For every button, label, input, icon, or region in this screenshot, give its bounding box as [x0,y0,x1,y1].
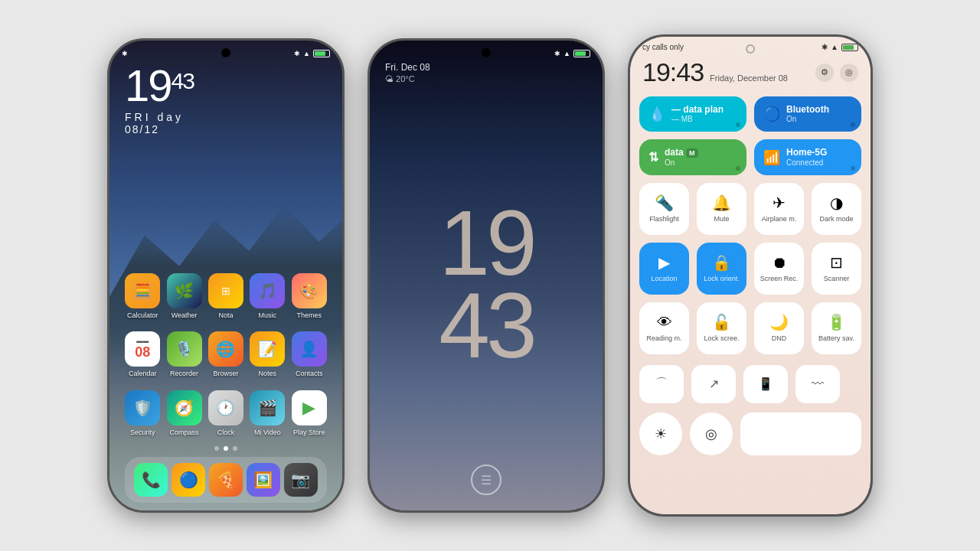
bt-tile-1[interactable]: ⌒ [639,365,684,403]
app-mivideo[interactable]: 🎬 Mi Video [247,390,287,437]
screen-rec-icon: ⏺ [772,254,787,272]
app-label: Calendar [129,370,157,378]
cc-time-row: 19:43 Friday, December 08 ⚙ ◎ [630,54,871,93]
tile-battery-saver[interactable]: 🔋 Battery sav. [812,302,861,354]
bt-icon-2: ✱ [554,50,560,57]
tile-data-plan[interactable]: 💧 — data plan — MB [639,96,746,132]
punch-hole-3 [746,44,755,54]
time-widget: 1943 FRI day 08/12 [125,64,194,135]
tile-screen-rec[interactable]: ⏺ Screen Rec. [754,243,804,295]
tile-airplane[interactable]: ✈ Airplane m. [754,183,804,235]
lock-screen-icon: 🔓 [712,313,731,331]
cc-brightness-slider[interactable] [740,412,861,455]
flashlight-icon: 🔦 [655,194,674,212]
data-icon: ⇅ [648,150,658,165]
app-recorder[interactable]: 🎙️ Recorder [165,331,204,378]
app-themes[interactable]: 🎨 Themes [289,273,329,320]
notes-icon: 📝 [250,331,285,367]
cc-tiles: 💧 — data plan — MB 🔵 Bluetooth On [630,93,871,365]
cc-brightness-btn[interactable]: ☀ [639,412,682,455]
page-dot [233,446,237,451]
lock-clock: 19 43 [439,201,533,367]
tile-dnd[interactable]: 🌙 DND [754,302,804,354]
tile-darkmode[interactable]: ◑ Dark mode [812,183,861,235]
weather-icon: 🌿 [167,273,202,308]
dock-gallery[interactable]: 🖼️ [247,463,280,497]
cc-settings-icon[interactable]: ⚙ [815,64,834,82]
reading-label: Reading m. [646,334,681,343]
lock-weather: 🌤 20°C [385,74,430,83]
tile-scanner[interactable]: ⊡ Scanner [812,243,861,295]
tile-data[interactable]: ⇅ data M On [639,139,746,174]
tile-mute[interactable]: 🔔 Mute [697,183,746,235]
app-weather[interactable]: 🌿 Weather [165,273,204,320]
tile-bluetooth[interactable]: 🔵 Bluetooth On [754,96,861,132]
battery-saver-icon: 🔋 [827,313,846,331]
app-notes[interactable]: 📝 Notes [247,331,287,378]
tile-lock-orient[interactable]: 🔒 Lock orient. [697,243,746,295]
clock-app-icon: 🕐 [208,390,243,425]
dock-phone[interactable]: 📞 [134,463,168,497]
tile-wifi-title: Home-5G [786,147,827,158]
scanner-icon: ⊡ [830,253,843,272]
app-label: Compass [170,429,199,437]
app-label: Browser [213,370,238,378]
music-icon: 🎵 [250,273,285,308]
app-contacts[interactable]: 👤 Contacts [289,331,329,378]
app-label: Mi Video [254,429,281,437]
bt-tile-4[interactable]: 〰 [795,365,840,403]
app-music[interactable]: 🎵 Music [247,273,287,320]
mute-label: Mute [714,215,729,223]
app-clock[interactable]: 🕐 Clock [206,390,246,437]
cc-status-right: ✱ ▲ [822,43,858,51]
tile-reading[interactable]: 👁 Reading m. [639,302,689,354]
tile-flashlight[interactable]: 🔦 Flashlight [639,183,689,235]
cc-date: Friday, December 08 [710,73,788,83]
tile-data-sub2: On [665,158,698,168]
cc-target-btn[interactable]: ◎ [690,412,733,455]
wifi-icon-3: ▲ [831,43,838,51]
app-nota[interactable]: ⊞ Nota [206,273,246,320]
bt-tile-icon-1: ⌒ [655,376,668,392]
dock-food[interactable]: 🍕 [209,463,243,497]
app-row-2: ▬▬08 Calendar 🎙️ Recorder 🌐 Browser 📝 No… [122,331,330,378]
lock-screen-label: Lock scree. [704,334,739,343]
clock-hour: 1943 [125,64,194,108]
lock-date-weather: Fri. Dec 08 🌤 20°C [385,62,430,83]
calculator-icon: 🧮 [125,273,160,308]
bluetooth-tile-icon: 🔵 [763,106,780,122]
tile-location[interactable]: ▶ Location [639,243,689,295]
bt-tile-icon-3: 📱 [758,377,773,391]
app-compass[interactable]: 🧭 Compass [165,390,204,437]
bt-tile-3[interactable]: 📱 [743,365,788,403]
app-grid: 🧮 Calculator 🌿 Weather ⊞ Nota 🎵 Music 🎨 [109,273,342,449]
cc-status-left: cy calls only [642,43,684,51]
dock-camera[interactable]: 📷 [284,463,318,497]
app-row-1: 🧮 Calculator 🌿 Weather ⊞ Nota 🎵 Music 🎨 [122,273,330,320]
location-label: Location [651,275,677,283]
home-indicator[interactable]: ☰ [471,465,501,495]
tile-wifi[interactable]: 📶 Home-5G Connected [754,139,861,174]
app-browser[interactable]: 🌐 Browser [206,331,246,378]
cc-focus-icon[interactable]: ◎ [840,64,858,82]
lock-date: Fri. Dec 08 [385,62,430,73]
cc-bottom-row: ☀ ◎ [630,409,871,458]
reading-icon: 👁 [657,314,672,331]
tile-lock-screen[interactable]: 🔓 Lock scree. [697,302,746,354]
dock-browser[interactable]: 🔵 [172,463,205,497]
app-label: Calculator [127,311,158,320]
page-indicator [109,446,342,451]
tile-wifi-text: Home-5G Connected [786,147,827,167]
battery-3 [841,44,858,51]
bt-tile-2[interactable]: ↗ [691,365,736,403]
app-calendar[interactable]: ▬▬08 Calendar [122,331,162,378]
app-calculator[interactable]: 🧮 Calculator [122,273,162,320]
mivideo-icon: 🎬 [250,390,285,425]
bt-icon: ✱ [294,50,300,57]
tile-dot-wifi [851,166,855,171]
app-security[interactable]: 🛡️ Security [122,390,162,437]
bottom-tiles: ⌒ ↗ 📱 〰 [630,365,871,403]
recorder-icon: 🎙️ [167,331,202,367]
app-playstore[interactable]: ▶ Play Store [289,390,329,437]
small-tiles-row-3: 👁 Reading m. 🔓 Lock scree. 🌙 DND 🔋 Batte… [639,302,861,354]
